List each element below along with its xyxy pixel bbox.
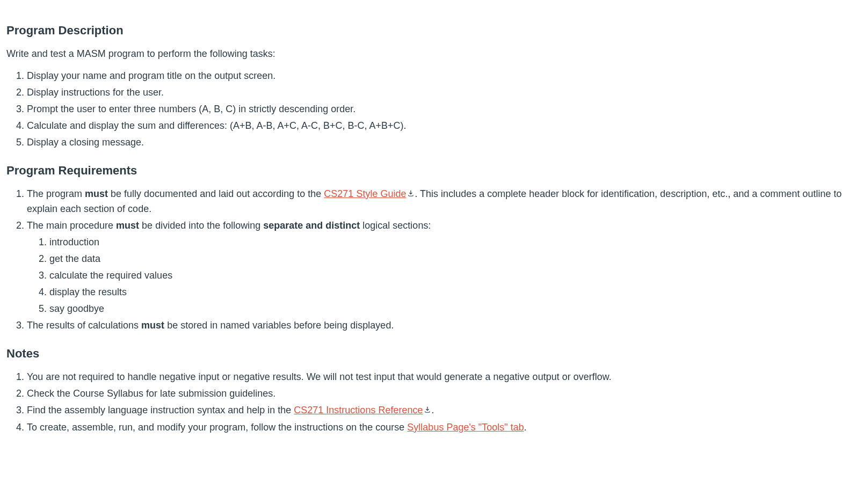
link-style-guide[interactable]: CS271 Style Guide xyxy=(324,188,406,199)
description-list: Display your name and program title on t… xyxy=(6,69,844,150)
text: be fully documented and laid out accordi… xyxy=(108,188,324,199)
text: Find the assembly language instruction s… xyxy=(27,405,294,415)
list-item: say goodbye xyxy=(49,302,844,316)
list-item: Check the Course Syllabus for late submi… xyxy=(27,386,844,401)
sub-list: introduction get the data calculate the … xyxy=(27,235,844,316)
notes-list: You are not required to handle negative … xyxy=(6,370,844,435)
text: be stored in named variables before bein… xyxy=(164,320,394,331)
list-item: Prompt the user to enter three numbers (… xyxy=(27,102,844,116)
list-item: Display your name and program title on t… xyxy=(27,69,844,83)
download-icon[interactable] xyxy=(424,403,431,418)
section-heading-notes: Notes xyxy=(6,345,844,362)
text: logical sections: xyxy=(360,220,431,231)
list-item: get the data xyxy=(49,252,844,266)
list-item: Display a closing message. xyxy=(27,135,844,150)
list-item: The results of calculations must be stor… xyxy=(27,318,844,333)
list-item: Find the assembly language instruction s… xyxy=(27,403,844,418)
list-item: Display instructions for the user. xyxy=(27,85,844,100)
list-item: The main procedure must be divided into … xyxy=(27,218,844,316)
text: The program xyxy=(27,188,85,199)
description-intro: Write and test a MASM program to perform… xyxy=(6,47,844,61)
section-heading-requirements: Program Requirements xyxy=(6,162,844,179)
list-item: Calculate and display the sum and differ… xyxy=(27,119,844,133)
bold-text: must xyxy=(141,320,164,331)
text: To create, assemble, run, and modify you… xyxy=(27,422,407,433)
text: . xyxy=(524,422,527,433)
list-item: introduction xyxy=(49,235,844,250)
list-item: The program must be fully documented and… xyxy=(27,187,844,216)
bold-text: must xyxy=(85,188,108,199)
text: . xyxy=(431,405,434,415)
link-syllabus-tools[interactable]: Syllabus Page's "Tools" tab xyxy=(407,422,524,433)
bold-text: must xyxy=(116,220,139,231)
download-icon[interactable] xyxy=(407,187,415,201)
list-item: You are not required to handle negative … xyxy=(27,370,844,384)
list-item: display the results xyxy=(49,285,844,300)
list-item: calculate the required values xyxy=(49,268,844,283)
list-item: To create, assemble, run, and modify you… xyxy=(27,420,844,435)
section-heading-description: Program Description xyxy=(6,21,844,39)
text: The main procedure xyxy=(27,220,116,231)
text: The results of calculations xyxy=(27,320,141,331)
link-instructions-reference[interactable]: CS271 Instructions Reference xyxy=(294,405,423,415)
requirements-list: The program must be fully documented and… xyxy=(6,187,844,333)
text: be divided into the following xyxy=(139,220,263,231)
bold-text: separate and distinct xyxy=(263,220,360,231)
